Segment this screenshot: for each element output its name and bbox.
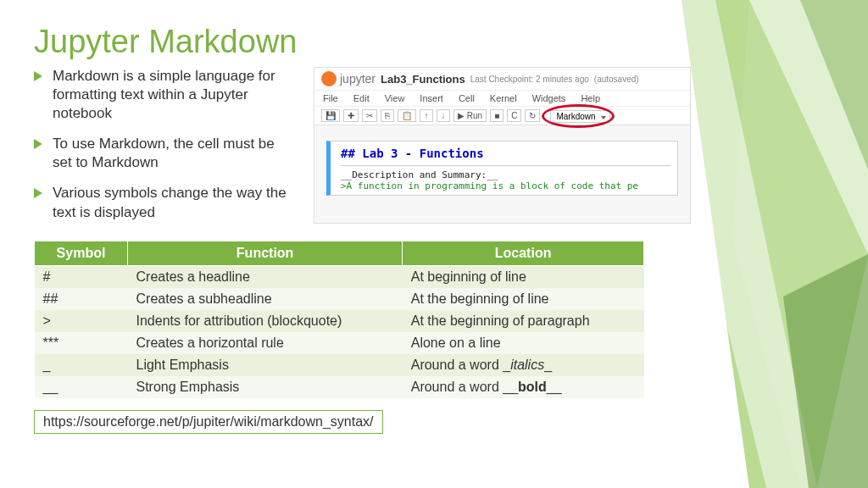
loc-cell: Around a word __bold__ [403, 376, 644, 398]
jupyter-brand: jupyter [340, 72, 376, 86]
loc-cell: At the beginning of paragraph [403, 310, 644, 332]
run-button[interactable]: ▶ Run [453, 109, 487, 122]
paste-icon[interactable]: 📋 [398, 109, 416, 122]
jupyter-logo: jupyter [321, 71, 376, 86]
menu-kernel[interactable]: Kernel [490, 93, 517, 103]
fn-cell: Light Emphasis [128, 354, 403, 376]
slide-title: Jupyter Markdown [34, 24, 834, 60]
col-location: Location [403, 241, 644, 265]
table-header-row: Symbol Function Location [35, 241, 644, 265]
jupyter-header: jupyter Lab3_Functions Last Checkpoint: … [314, 68, 690, 91]
bullet-item: Various symbols change the way the text … [34, 184, 297, 221]
fn-cell: Indents for attribution (blockquote) [128, 310, 403, 332]
checkpoint-text: Last Checkpoint: 2 minutes ago [470, 75, 589, 84]
fn-cell: Creates a horizontal rule [128, 332, 403, 354]
stop-icon[interactable]: ■ [490, 109, 504, 122]
loc-cell: Alone on a line [403, 332, 644, 354]
autosaved-text: (autosaved) [594, 75, 639, 84]
table-row: *** Creates a horizontal rule Alone on a… [35, 332, 644, 354]
menu-cell[interactable]: Cell [459, 93, 475, 103]
cell-heading-line: ## Lab 3 - Functions [341, 147, 670, 160]
bullet-item: To use Markdown, the cell must be set to… [34, 135, 297, 172]
table-row: > Indents for attribution (blockquote) A… [35, 310, 644, 332]
menu-help[interactable]: Help [581, 93, 600, 103]
notebook-title: Lab3_Functions [381, 73, 465, 86]
cell-quote-line: >A function in programming is a block of… [341, 180, 670, 191]
sym-cell: > [35, 310, 128, 332]
jupyter-toolbar: 💾 ✚ ✂ ⎘ 📋 ↑ ↓ ▶ Run ■ C ↻ Markdown [314, 107, 690, 125]
bullet-list: Markdown is a simple language for format… [34, 67, 297, 234]
cut-icon[interactable]: ✂ [362, 109, 377, 122]
save-icon[interactable]: 💾 [321, 109, 340, 122]
table-row: ## Creates a subheadline At the beginnin… [35, 288, 644, 310]
jupyter-screenshot: jupyter Lab3_Functions Last Checkpoint: … [314, 67, 691, 224]
loc-cell: At beginning of line [403, 265, 644, 288]
table-row: _ Light Emphasis Around a word _italics_ [35, 354, 644, 376]
sym-cell: _ [35, 354, 128, 376]
cell-separator [341, 165, 670, 166]
rerun-icon[interactable]: ↻ [525, 109, 540, 122]
sym-cell: # [35, 265, 128, 288]
menu-file[interactable]: File [323, 93, 338, 103]
table-row: # Creates a headline At beginning of lin… [35, 265, 644, 288]
jupyter-menubar: File Edit View Insert Cell Kernel Widget… [314, 91, 690, 107]
menu-edit[interactable]: Edit [353, 93, 370, 103]
fn-cell: Creates a headline [128, 265, 403, 288]
move-down-icon[interactable]: ↓ [437, 109, 450, 122]
sym-cell: __ [35, 376, 128, 398]
sym-cell: ## [35, 288, 128, 310]
restart-icon[interactable]: C [507, 109, 521, 122]
bullet-item: Markdown is a simple language for format… [34, 67, 297, 123]
cell-type-dropdown[interactable]: Markdown [550, 110, 609, 123]
col-symbol: Symbol [35, 241, 128, 265]
copy-icon[interactable]: ⎘ [381, 109, 394, 122]
menu-widgets[interactable]: Widgets [532, 93, 566, 103]
markdown-syntax-table: Symbol Function Location # Creates a hea… [34, 241, 644, 398]
menu-insert[interactable]: Insert [420, 93, 443, 103]
notebook-cell: ## Lab 3 - Functions __Description and S… [326, 141, 678, 196]
move-up-icon[interactable]: ↑ [420, 109, 433, 122]
reference-link[interactable]: https://sourceforge.net/p/jupiter/wiki/m… [34, 410, 383, 434]
sym-cell: *** [35, 332, 128, 354]
loc-cell: At the beginning of line [403, 288, 644, 310]
col-function: Function [128, 241, 403, 265]
menu-view[interactable]: View [385, 93, 405, 103]
jupyter-logo-icon [321, 71, 337, 86]
fn-cell: Strong Emphasis [128, 376, 403, 398]
table-row: __ Strong Emphasis Around a word __bold_… [35, 376, 644, 398]
fn-cell: Creates a subheadline [128, 288, 403, 310]
loc-cell: Around a word _italics_ [403, 354, 644, 376]
cell-desc-line: __Description and Summary:__ [341, 169, 670, 180]
add-cell-icon[interactable]: ✚ [343, 109, 359, 122]
